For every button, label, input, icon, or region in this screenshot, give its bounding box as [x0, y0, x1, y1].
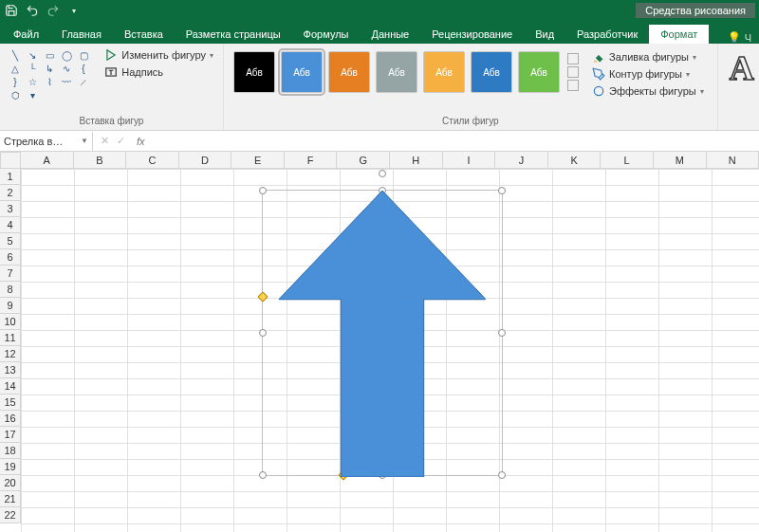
col-header-N[interactable]: N — [707, 152, 759, 169]
cells-grid[interactable] — [21, 169, 759, 532]
col-header-L[interactable]: L — [601, 152, 654, 169]
resize-handle-se[interactable] — [498, 471, 506, 479]
save-icon[interactable] — [4, 3, 19, 18]
shape-hex-icon[interactable]: ⬡ — [8, 89, 23, 101]
text-box-button[interactable]: Надпись — [101, 64, 217, 80]
formula-input[interactable] — [153, 133, 759, 150]
shape-brace-left-icon[interactable]: { — [76, 63, 91, 74]
style-swatch-2[interactable]: Абв — [328, 51, 370, 93]
shape-rect-icon[interactable]: ▭ — [42, 49, 57, 61]
tell-me[interactable]: 💡 Ч — [720, 31, 759, 44]
row-header-8[interactable]: 8 — [0, 282, 21, 298]
row-header-20[interactable]: 20 — [0, 475, 21, 491]
shape-star-icon[interactable]: ☆ — [25, 76, 40, 87]
shape-elbow-arrow-icon[interactable]: ↳ — [42, 63, 57, 74]
row-header-16[interactable]: 16 — [0, 411, 21, 427]
shape-curved-icon[interactable]: ∿ — [59, 63, 74, 74]
tab-file[interactable]: Файл — [2, 25, 50, 44]
col-header-M[interactable]: M — [654, 152, 707, 169]
col-header-K[interactable]: K — [548, 152, 602, 169]
select-all-corner[interactable] — [0, 152, 21, 169]
shape-triangle-icon[interactable]: △ — [8, 63, 23, 74]
wordart-style-outline[interactable]: A — [730, 51, 754, 85]
adjust-handle-1[interactable] — [257, 291, 268, 302]
resize-handle-e[interactable] — [498, 329, 506, 337]
edit-shape-button[interactable]: Изменить фигуру ▾ — [101, 47, 217, 63]
row-header-10[interactable]: 10 — [0, 314, 21, 330]
col-header-F[interactable]: F — [285, 152, 338, 169]
style-gallery-more[interactable] — [567, 51, 581, 93]
row-header-3[interactable]: 3 — [0, 201, 21, 217]
tab-format[interactable]: Формат — [649, 25, 709, 44]
shape-more-icon[interactable]: ▾ — [25, 89, 40, 101]
gallery-up-icon[interactable] — [567, 53, 579, 64]
row-header-5[interactable]: 5 — [0, 233, 21, 249]
shape-brace-right-icon[interactable]: } — [8, 76, 23, 87]
cancel-icon[interactable]: ✕ — [101, 135, 109, 147]
rotate-handle[interactable] — [379, 170, 386, 177]
shape-freeform-icon[interactable]: ⌇ — [42, 76, 57, 87]
gallery-more-icon[interactable] — [567, 80, 579, 91]
tab-view[interactable]: Вид — [524, 25, 565, 44]
tab-developer[interactable]: Разработчик — [565, 25, 649, 44]
row-header-22[interactable]: 22 — [0, 507, 21, 523]
row-header-14[interactable]: 14 — [0, 378, 21, 394]
worksheet[interactable]: ABCDEFGHIJKLMN 1234567891011121314151617… — [0, 152, 759, 532]
row-header-21[interactable]: 21 — [0, 491, 21, 507]
enter-icon[interactable]: ✓ — [117, 135, 125, 147]
tab-insert[interactable]: Вставка — [113, 25, 175, 44]
row-header-7[interactable]: 7 — [0, 266, 21, 282]
shape-fill-button[interactable]: Заливка фигуры ▾ — [588, 49, 708, 64]
col-header-C[interactable]: C — [126, 152, 179, 169]
row-header-6[interactable]: 6 — [0, 249, 21, 266]
style-swatch-6[interactable]: Абв — [518, 51, 560, 93]
shape-effects-button[interactable]: Эффекты фигуры ▾ — [588, 83, 708, 99]
col-header-H[interactable]: H — [390, 152, 443, 169]
tab-data[interactable]: Данные — [360, 25, 420, 44]
row-header-9[interactable]: 9 — [0, 298, 21, 314]
row-header-17[interactable]: 17 — [0, 427, 21, 443]
style-swatch-3[interactable]: Абв — [376, 51, 417, 93]
gallery-down-icon[interactable] — [567, 66, 579, 78]
row-header-4[interactable]: 4 — [0, 217, 21, 233]
shape-oval-icon[interactable]: ◯ — [59, 49, 74, 61]
style-swatch-0[interactable]: Абв — [233, 51, 275, 93]
shapes-gallery[interactable]: ╲ ↘ ▭ ◯ ▢ △ └ ↳ ∿ { } ☆ ⌇ 〰 ⟋ ⬡ ▾ — [6, 47, 97, 104]
shape-curve-icon[interactable]: ⟋ — [76, 76, 91, 87]
col-header-B[interactable]: B — [74, 152, 127, 169]
row-header-12[interactable]: 12 — [0, 346, 21, 362]
shape-style-gallery[interactable]: Абв Абв Абв Абв Абв Абв Абв — [230, 47, 581, 116]
shape-elbow-icon[interactable]: └ — [25, 63, 40, 74]
tab-formulas[interactable]: Формулы — [292, 25, 361, 44]
style-swatch-5[interactable]: Абв — [471, 51, 512, 93]
resize-handle-ne[interactable] — [498, 187, 506, 194]
redo-icon[interactable] — [46, 3, 61, 18]
style-swatch-1[interactable]: Абв — [281, 51, 323, 93]
style-swatch-4[interactable]: Абв — [423, 51, 465, 93]
customize-qat-icon[interactable]: ▾ — [66, 3, 82, 18]
undo-icon[interactable] — [25, 3, 40, 18]
tab-review[interactable]: Рецензирование — [420, 25, 524, 44]
up-arrow-shape[interactable] — [279, 191, 486, 477]
name-box[interactable]: Стрелка в… ▼ — [0, 132, 93, 151]
row-header-19[interactable]: 19 — [0, 459, 21, 475]
shape-selection-box[interactable] — [262, 190, 503, 476]
row-header-13[interactable]: 13 — [0, 362, 21, 378]
shape-rrect-icon[interactable]: ▢ — [76, 49, 91, 61]
tab-home[interactable]: Главная — [50, 25, 113, 44]
resize-handle-nw[interactable] — [259, 187, 267, 194]
resize-handle-sw[interactable] — [259, 471, 267, 479]
shape-line-arrow-icon[interactable]: ↘ — [25, 49, 40, 61]
col-header-D[interactable]: D — [179, 152, 232, 169]
row-header-1[interactable]: 1 — [0, 169, 21, 185]
col-header-J[interactable]: J — [495, 152, 548, 169]
resize-handle-w[interactable] — [259, 329, 267, 337]
col-header-E[interactable]: E — [231, 152, 285, 169]
col-header-G[interactable]: G — [337, 152, 390, 169]
fx-label[interactable]: fx — [137, 136, 145, 147]
shape-line-icon[interactable]: ╲ — [8, 49, 23, 61]
row-header-18[interactable]: 18 — [0, 443, 21, 459]
chevron-down-icon[interactable]: ▼ — [81, 137, 88, 145]
row-header-15[interactable]: 15 — [0, 394, 21, 411]
row-header-2[interactable]: 2 — [0, 185, 21, 201]
